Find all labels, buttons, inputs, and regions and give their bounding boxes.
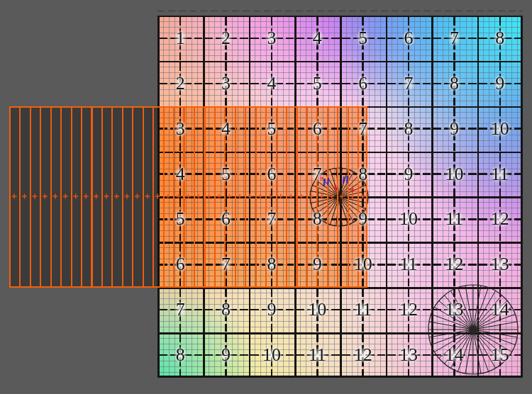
selection-dark-fill [11, 108, 157, 286]
grid-cell: 13 [431, 287, 477, 332]
cell-number: 8 [263, 254, 279, 274]
cell-number: 10 [441, 164, 467, 184]
grid-cell: 14 [477, 287, 523, 332]
grid-cell: 13 [386, 332, 431, 378]
cell-number: 7 [263, 209, 279, 229]
grid-cell: 4 [294, 16, 340, 61]
grid-cell: 10 [294, 287, 340, 332]
cell-number: 2 [172, 74, 189, 94]
grid-cell: 8 [477, 16, 523, 61]
cell-number: 6 [218, 209, 234, 229]
cell-number: 11 [305, 345, 330, 365]
selection-orange-tint [157, 108, 366, 286]
cell-number: 8 [309, 209, 326, 229]
grid-cell: 8 [386, 106, 431, 152]
cell-number: 8 [492, 28, 508, 48]
cell-number: 12 [350, 345, 376, 365]
cell-number: 10 [487, 119, 513, 139]
cell-number: 3 [263, 28, 279, 48]
grid-cell: 1 [157, 16, 203, 61]
cell-number: 6 [401, 28, 417, 48]
cell-number: 6 [309, 119, 326, 139]
grid-cell: 9 [431, 106, 477, 152]
cell-number: 7 [401, 74, 417, 94]
cell-number: 8 [401, 119, 417, 139]
grid-cell: 7 [386, 61, 431, 106]
cell-number: 5 [263, 119, 279, 139]
grid-cell: 11 [477, 152, 523, 197]
cell-number: 4 [218, 119, 234, 139]
cell-number: 14 [487, 300, 513, 320]
grid-cell: 12 [340, 332, 386, 378]
cell-number: 7 [355, 119, 371, 139]
grid-cell: 2 [203, 16, 248, 61]
grid-cell: 9 [203, 332, 248, 378]
grid-cell: 11 [431, 197, 477, 242]
grid-cell: 8 [157, 332, 203, 378]
grid-cell: 6 [340, 61, 386, 106]
cell-number: 10 [396, 209, 421, 229]
grid-cell: 4 [249, 61, 294, 106]
grid-cell: 10 [386, 197, 431, 242]
grid-cell: 9 [249, 287, 294, 332]
cell-number: 6 [172, 254, 189, 274]
grid-cell: 8 [203, 287, 248, 332]
cell-number: 10 [304, 300, 330, 320]
cell-number: 4 [309, 28, 326, 48]
app-canvas: 1234567823456789345678910456789101156789… [0, 0, 532, 394]
cell-number: 5 [309, 74, 326, 94]
grid-cell: 10 [477, 106, 523, 152]
cell-number: 9 [492, 74, 508, 94]
grid-cell: 8 [431, 61, 477, 106]
cell-number: 4 [172, 164, 189, 184]
grid-cell: 5 [294, 61, 340, 106]
cell-number: 6 [355, 74, 371, 94]
cell-number: 10 [350, 254, 376, 274]
cell-number: 14 [441, 345, 467, 365]
cell-number: 9 [263, 300, 279, 320]
grid-cell: 14 [431, 332, 477, 378]
cell-number: 7 [446, 28, 462, 48]
cell-number: 11 [487, 164, 512, 184]
cell-number: 8 [446, 74, 462, 94]
cell-number: 12 [487, 209, 513, 229]
cell-number: 4 [263, 74, 279, 94]
cell-number: 5 [218, 164, 234, 184]
cell-number: 8 [172, 345, 189, 365]
cell-number: 13 [487, 254, 513, 274]
grid-cell: 11 [386, 242, 431, 287]
grid-cell: 9 [477, 61, 523, 106]
cell-number: 11 [397, 254, 421, 274]
grid-top-edge-line [157, 11, 523, 11]
grid-cell: 6 [386, 16, 431, 61]
cell-number: 10 [259, 345, 284, 365]
grid-cell: 10 [249, 332, 294, 378]
grid-cell: 11 [294, 332, 340, 378]
cell-number: 8 [355, 164, 371, 184]
cell-number: 7 [172, 300, 189, 320]
cell-number: 7 [309, 164, 326, 184]
grid-cell: 5 [340, 16, 386, 61]
grid-cell: 13 [477, 242, 523, 287]
cell-number: 12 [441, 254, 467, 274]
cell-number: 9 [218, 345, 234, 365]
cell-number: 12 [396, 300, 421, 320]
cell-number: 15 [487, 345, 513, 365]
grid-cell: 12 [386, 287, 431, 332]
cell-number: 5 [355, 28, 371, 48]
cell-number: 3 [218, 74, 234, 94]
grid-cell: 12 [477, 197, 523, 242]
grid-cell: 3 [249, 16, 294, 61]
cell-number: 13 [396, 345, 421, 365]
cell-number: 9 [309, 254, 326, 274]
cell-number: 9 [355, 209, 371, 229]
cell-number: 1 [172, 28, 189, 48]
grid-cell: 7 [157, 287, 203, 332]
grid-cell: 2 [157, 61, 203, 106]
cell-number: 6 [263, 164, 279, 184]
cell-number: 9 [401, 164, 417, 184]
grid-cell: 3 [203, 61, 248, 106]
cell-number: 8 [218, 300, 234, 320]
grid-cell: 7 [431, 16, 477, 61]
cell-number: 5 [172, 209, 189, 229]
